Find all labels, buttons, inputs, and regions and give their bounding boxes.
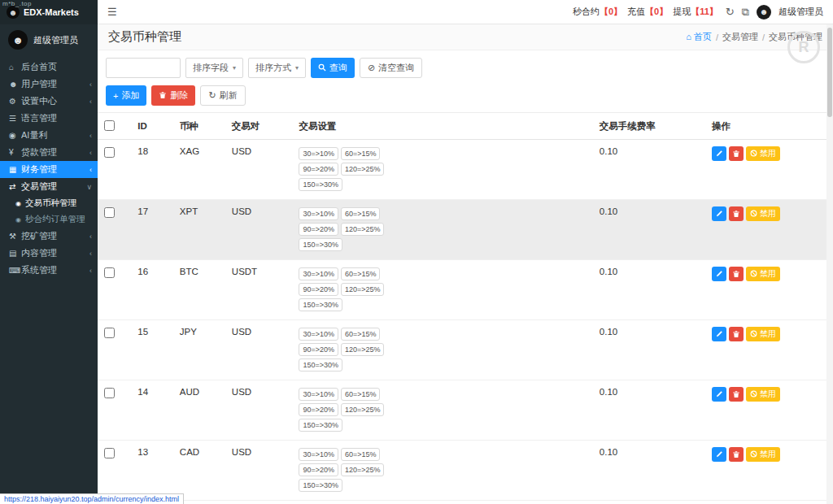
trade-setting-button[interactable]: 120=>25% <box>341 403 385 416</box>
sidebar-item[interactable]: ◉ AI量利‹ <box>0 127 98 144</box>
trade-setting-button[interactable]: 120=>25% <box>341 463 385 476</box>
trade-setting-button[interactable]: 150=>30% <box>299 358 342 371</box>
sidebar-item[interactable]: ⌂ 后台首页 <box>0 59 98 76</box>
disable-button[interactable]: 禁用 <box>746 387 780 402</box>
row-checkbox[interactable] <box>104 388 115 398</box>
search-input[interactable] <box>106 58 181 78</box>
row-checkbox[interactable] <box>104 328 115 338</box>
edit-button[interactable] <box>712 267 726 281</box>
sidebar-item[interactable]: ⚙ 设置中心‹ <box>0 93 98 110</box>
trade-setting-button[interactable]: 90=>20% <box>299 163 338 176</box>
disable-button[interactable]: 禁用 <box>746 327 780 341</box>
row-checkbox[interactable] <box>104 267 115 278</box>
trade-setting-button[interactable]: 120=>25% <box>341 163 385 176</box>
scrollbar[interactable] <box>826 24 833 504</box>
sidebar-item[interactable]: ¥ 贷款管理‹ <box>0 144 98 161</box>
trade-setting-button[interactable]: 60=>15% <box>341 328 381 341</box>
trade-settings: 30=>10%60=>15%90=>20%120=>25%150=>30% <box>299 206 396 253</box>
delete-row-button[interactable] <box>729 387 744 402</box>
delete-row-button[interactable] <box>729 146 744 161</box>
trade-settings: 30=>10%60=>15%90=>20%120=>25%150=>30% <box>299 267 396 313</box>
trade-settings: 30=>10%60=>15%90=>20%120=>25%150=>30% <box>299 327 396 373</box>
trade-setting-button[interactable]: 60=>15% <box>341 267 381 280</box>
trade-setting-button[interactable]: 90=>20% <box>299 283 338 296</box>
trade-setting-button[interactable]: 120=>25% <box>341 223 385 236</box>
stat-counter[interactable]: 秒合约【0】 <box>573 6 622 18</box>
sidebar-item[interactable]: ▦ 财务管理‹ <box>0 161 98 178</box>
sidebar-item[interactable]: ☻ 用户管理‹ <box>0 76 98 93</box>
edit-button[interactable] <box>712 327 726 341</box>
trash-icon <box>732 148 740 160</box>
row-coin: CAD <box>173 441 225 501</box>
row-id: 15 <box>131 320 173 380</box>
hamburger-icon[interactable]: ☰ <box>107 6 117 18</box>
sidebar-item[interactable]: ⌨ 系统管理‹ <box>0 262 98 279</box>
disable-button[interactable]: 禁用 <box>746 206 780 221</box>
row-checkbox[interactable] <box>104 147 115 158</box>
trade-setting-button[interactable]: 30=>10% <box>299 448 338 461</box>
trade-setting-button[interactable]: 90=>20% <box>299 403 338 416</box>
sidebar-subitem[interactable]: ◉ 秒合约订单管理 <box>0 211 98 228</box>
trade-setting-button[interactable]: 90=>20% <box>299 463 338 476</box>
topbar-user-name[interactable]: 超级管理员 <box>778 6 823 18</box>
edit-button[interactable] <box>712 447 726 462</box>
scrollbar-thumb[interactable] <box>827 28 832 117</box>
refresh-button[interactable]: ↻ 刷新 <box>200 85 245 106</box>
trade-setting-button[interactable]: 30=>10% <box>299 267 338 280</box>
trade-setting-button[interactable]: 150=>30% <box>299 419 342 432</box>
breadcrumb-item[interactable]: ⌂ 首页 <box>686 31 712 43</box>
trade-setting-button[interactable]: 60=>15% <box>341 147 381 160</box>
row-coin: XAG <box>173 140 225 200</box>
clear-search-button[interactable]: ⊘ 清空查询 <box>360 58 422 78</box>
disable-button[interactable]: 禁用 <box>746 447 780 462</box>
column-header: 交易对 <box>225 113 293 140</box>
stat-counter[interactable]: 充值【0】 <box>627 6 668 18</box>
sidebar-item[interactable]: ⚒ 挖矿管理‹ <box>0 228 98 245</box>
trade-setting-button[interactable]: 30=>10% <box>299 207 338 220</box>
table-body: 18 XAG USD 30=>10%60=>15%90=>20%120=>25%… <box>98 140 833 504</box>
select-all-checkbox[interactable] <box>104 120 115 131</box>
trade-setting-button[interactable]: 60=>15% <box>341 448 381 461</box>
disable-button[interactable]: 禁用 <box>746 267 780 281</box>
trash-icon <box>732 449 740 461</box>
fullscreen-icon[interactable]: ⧉ <box>742 6 749 19</box>
delete-button[interactable]: 删除 <box>151 85 195 106</box>
row-fee: 0.10 <box>593 501 705 504</box>
trade-setting-button[interactable]: 60=>15% <box>341 207 381 220</box>
stat-counter[interactable]: 提现【11】 <box>673 6 718 18</box>
delete-row-button[interactable] <box>729 206 744 221</box>
disable-button[interactable]: 禁用 <box>746 146 780 161</box>
sidebar-item[interactable]: ☰ 语言管理 <box>0 110 98 127</box>
sidebar-item[interactable]: ▤ 内容管理‹ <box>0 245 98 262</box>
trade-setting-button[interactable]: 90=>20% <box>299 223 338 236</box>
sidebar-subitem[interactable]: ◉ 交易币种管理 <box>0 195 98 211</box>
trash-icon <box>732 208 740 220</box>
sort-order-select[interactable]: 排序方式 ▾ <box>248 58 306 78</box>
trade-setting-button[interactable]: 150=>30% <box>299 178 342 191</box>
trade-setting-button[interactable]: 150=>30% <box>299 479 342 492</box>
delete-row-button[interactable] <box>729 327 744 341</box>
trade-setting-button[interactable]: 150=>30% <box>299 298 342 311</box>
row-checkbox[interactable] <box>104 448 115 458</box>
search-button[interactable]: 查询 <box>311 58 355 78</box>
trade-setting-button[interactable]: 150=>30% <box>299 238 342 251</box>
add-button[interactable]: + 添加 <box>106 85 146 106</box>
refresh-icon[interactable]: ↻ <box>726 6 735 18</box>
edit-button[interactable] <box>712 146 726 161</box>
row-fee: 0.10 <box>593 140 705 200</box>
trade-setting-button[interactable]: 30=>10% <box>299 147 338 160</box>
trade-setting-button[interactable]: 120=>25% <box>341 283 385 296</box>
sidebar-item[interactable]: ⇄ 交易管理∨ <box>0 178 98 195</box>
delete-row-button[interactable] <box>729 267 744 281</box>
trade-setting-button[interactable]: 30=>10% <box>299 388 338 401</box>
trade-setting-button[interactable]: 60=>15% <box>341 388 381 401</box>
delete-row-button[interactable] <box>729 447 744 462</box>
row-checkbox[interactable] <box>104 207 115 218</box>
trade-setting-button[interactable]: 90=>20% <box>299 343 338 356</box>
sort-field-select[interactable]: 排序字段 ▾ <box>185 58 243 78</box>
edit-button[interactable] <box>712 387 726 402</box>
trade-setting-button[interactable]: 120=>25% <box>341 343 385 356</box>
edit-button[interactable] <box>712 206 726 221</box>
user-avatar[interactable]: ☻ <box>757 5 771 20</box>
trade-setting-button[interactable]: 30=>10% <box>299 328 338 341</box>
